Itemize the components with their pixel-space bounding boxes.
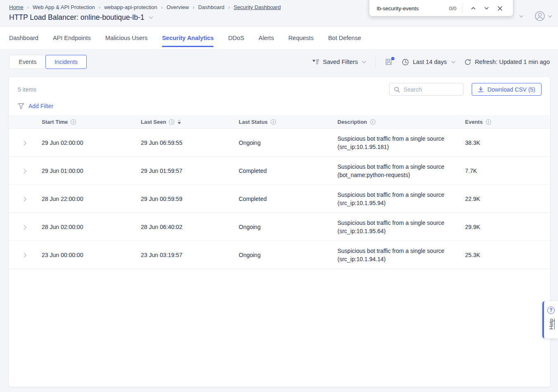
tab-bar: Dashboard API Endpoints Malicious Users … [0, 27, 558, 50]
find-previous-button[interactable] [467, 2, 480, 14]
cell-last-status: Ongoing [239, 252, 337, 258]
chevron-right-icon: › [99, 4, 100, 10]
card-top-bar: 5 items Download CSV (5) [9, 77, 550, 96]
cell-last-seen: 28 Jun 06:40:02 [141, 224, 239, 230]
breadcrumb-link[interactable]: Dashboard [198, 4, 225, 10]
tab[interactable]: Security Analytics [162, 27, 214, 49]
divider [462, 3, 463, 13]
column-header-start-time[interactable]: Start Time [42, 119, 141, 125]
incidents-table-card: 5 items Download CSV (5) [8, 76, 551, 387]
chevron-right-icon: › [161, 4, 163, 10]
view-toggle-option[interactable]: Events [9, 55, 46, 68]
expand-row-icon[interactable] [21, 253, 26, 257]
column-header-last-seen[interactable]: Last Seen [141, 119, 239, 125]
breadcrumb-segment: Overview › [166, 4, 195, 10]
breadcrumb-segment: Web App & API Protection › [33, 4, 100, 10]
refresh-icon [464, 59, 471, 66]
chevron-down-icon[interactable] [520, 13, 524, 17]
find-next-button[interactable] [480, 2, 493, 14]
cell-last-status: Ongoing [239, 139, 337, 146]
table-row[interactable]: 23 Jun 00:00:00 23 Jun 03:19:57 Ongoing … [9, 241, 550, 269]
breadcrumb-link[interactable]: Overview [166, 4, 189, 10]
table-row[interactable]: 28 Jun 22:00:00 29 Jun 00:59:59 Complete… [9, 185, 550, 213]
breadcrumb-segment: Home › [9, 4, 29, 10]
cell-description: Suspicious bot traffic from a single sou… [337, 163, 465, 179]
download-csv-button[interactable]: Download CSV (5) [472, 83, 541, 96]
save-filter-button[interactable] [385, 58, 392, 66]
view-toggle-option[interactable]: Incidents [45, 55, 87, 69]
tab-label: DDoS [228, 35, 244, 41]
info-icon[interactable] [370, 119, 375, 125]
find-query-text[interactable]: lb-security-events [377, 5, 449, 12]
notification-dot [391, 57, 394, 60]
info-icon[interactable] [486, 119, 491, 125]
cell-start-time: 23 Jun 00:00:00 [42, 252, 141, 258]
analytics-toolbar: Events Incidents Saved Filters [9, 55, 550, 69]
expander-cell [18, 224, 42, 230]
funnel-icon [18, 103, 24, 109]
cell-start-time: 29 Jun 01:00:00 [42, 168, 141, 174]
card-top-right: Download CSV (5) [389, 83, 541, 96]
info-icon[interactable] [169, 119, 174, 125]
time-range-selector[interactable]: Last 14 days [402, 59, 454, 66]
search-icon [394, 86, 400, 93]
tab-label: Alerts [259, 35, 274, 41]
tab-label: Security Analytics [162, 35, 214, 41]
expand-row-icon[interactable] [21, 225, 26, 229]
expand-row-icon[interactable] [21, 197, 26, 201]
refresh-button[interactable]: Refresh: Updated 1 min ago [464, 59, 550, 66]
user-menu[interactable] [534, 11, 551, 21]
tab[interactable]: Requests [288, 27, 313, 49]
breadcrumb-link[interactable]: Web App & API Protection [33, 4, 95, 10]
breadcrumb-link[interactable]: webapp-api-protection [104, 4, 157, 10]
sort-descending-icon[interactable] [178, 119, 181, 124]
breadcrumb-link[interactable]: Security Dashboard [234, 4, 281, 10]
expand-row-icon[interactable] [21, 169, 26, 173]
header-right-controls [520, 11, 551, 21]
chevron-right-icon: › [192, 4, 194, 10]
search-input[interactable] [404, 86, 459, 93]
cell-description: Suspicious bot traffic from a single sou… [337, 135, 465, 151]
time-range-label: Last 14 days [413, 59, 446, 65]
toolbar-right: Saved Filters Last 14 days [312, 56, 550, 68]
tab[interactable]: Alerts [259, 27, 274, 49]
tab[interactable]: API Endpoints [53, 27, 91, 49]
tab[interactable]: DDoS [228, 27, 244, 49]
cell-events: 7.7K [465, 168, 550, 174]
cell-last-seen: 29 Jun 01:59:57 [141, 168, 239, 174]
download-csv-label: Download CSV (5) [487, 86, 535, 93]
tab-label: Malicious Users [105, 35, 147, 41]
column-header-events[interactable]: Events [465, 119, 550, 125]
table-row[interactable]: 29 Jun 02:00:00 29 Jun 06:59:55 Ongoing … [9, 129, 550, 157]
help-button[interactable]: ? Help [542, 301, 558, 338]
tab[interactable]: Malicious Users [105, 27, 147, 49]
find-match-count: 0/0 [449, 5, 456, 12]
chevron-right-icon: › [228, 4, 230, 10]
tab-label: Requests [288, 35, 313, 41]
add-filter-button[interactable]: Add Filter [18, 103, 53, 109]
column-label: Start Time [42, 119, 68, 125]
find-close-button[interactable] [493, 2, 506, 14]
column-header-description[interactable]: Description [337, 119, 465, 125]
cell-description: Suspicious bot traffic from a single sou… [337, 219, 465, 235]
breadcrumb-link[interactable]: Home [9, 4, 24, 10]
saved-filters-label: Saved Filters [323, 59, 358, 65]
column-header-last-status[interactable]: Last Status [239, 119, 337, 125]
info-icon[interactable] [71, 119, 76, 125]
expander-cell [18, 252, 42, 258]
user-avatar-icon[interactable] [534, 11, 545, 21]
chevron-down-icon[interactable] [149, 15, 153, 19]
column-label: Description [337, 119, 367, 125]
tab[interactable]: Bot Defense [328, 27, 361, 49]
events-incidents-toggle: Events Incidents [9, 55, 87, 69]
chevron-right-icon: › [27, 4, 29, 10]
tab-label: Bot Defense [328, 35, 361, 41]
table-row[interactable]: 29 Jun 01:00:00 29 Jun 01:59:57 Complete… [9, 157, 550, 185]
table-row[interactable]: 28 Jun 02:00:00 28 Jun 06:40:02 Ongoing … [9, 213, 550, 241]
chevron-down-icon [484, 6, 489, 10]
saved-filters-button[interactable]: Saved Filters [312, 59, 366, 65]
filter-lines-icon [312, 59, 319, 65]
tab[interactable]: Dashboard [9, 27, 38, 49]
expand-row-icon[interactable] [21, 141, 26, 145]
info-icon[interactable] [271, 119, 276, 125]
